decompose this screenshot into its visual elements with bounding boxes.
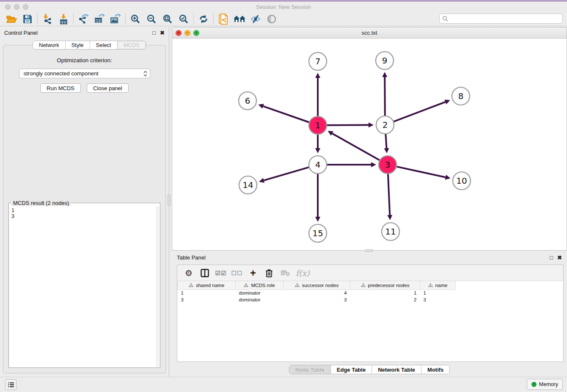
column-header-MCDS-role[interactable]: MCDS role bbox=[236, 281, 284, 290]
float-panel-icon[interactable]: □ bbox=[152, 30, 156, 36]
import-table-icon bbox=[58, 14, 69, 25]
graph-node-8[interactable]: 8 bbox=[452, 87, 470, 105]
float-table-panel-icon[interactable]: □ bbox=[550, 255, 553, 260]
tab-node-table[interactable]: Node Table bbox=[289, 365, 330, 374]
criterion-select[interactable]: strongly connected component bbox=[19, 69, 150, 78]
column-header-predecessor-nodes[interactable]: predecessor nodes bbox=[350, 281, 420, 290]
table-settings-button[interactable]: ⚙ bbox=[182, 267, 196, 279]
graph-edge-4-14[interactable] bbox=[264, 167, 308, 180]
memory-label: Memory bbox=[539, 381, 558, 387]
control-panel-title: Control Panel bbox=[4, 30, 38, 36]
list-icon bbox=[8, 382, 14, 388]
function-builder-button[interactable]: f(x) bbox=[296, 268, 310, 278]
memory-button[interactable]: Memory bbox=[527, 379, 563, 390]
export-network-icon bbox=[78, 14, 89, 25]
export-image-button[interactable] bbox=[107, 13, 124, 25]
graph-edge-1-2[interactable] bbox=[327, 125, 369, 125]
node-table[interactable]: shared nameMCDS rolesuccessor nodesprede… bbox=[177, 281, 462, 303]
graph-node-15[interactable]: 15 bbox=[309, 224, 327, 242]
export-network-button[interactable] bbox=[75, 13, 91, 25]
mcds-panel: Optimization criterion: strongly connect… bbox=[3, 45, 166, 373]
close-panel-icon[interactable]: ✖ bbox=[160, 30, 165, 36]
svg-text:3: 3 bbox=[385, 160, 391, 170]
run-mcds-button[interactable]: Run MCDS bbox=[40, 83, 81, 93]
hierarchy-icon bbox=[428, 283, 433, 287]
save-session-button[interactable] bbox=[19, 13, 36, 25]
checked-boxes-icon: ☑☑ bbox=[215, 270, 226, 276]
graph-node-14[interactable]: 14 bbox=[239, 176, 257, 194]
graph-node-11[interactable]: 11 bbox=[382, 223, 399, 240]
graph-edge-3-11[interactable] bbox=[388, 174, 390, 215]
graph-edge-3-10[interactable] bbox=[396, 167, 445, 177]
graph-node-9[interactable]: 9 bbox=[376, 52, 394, 69]
graph-node-3[interactable]: 3 bbox=[379, 156, 396, 174]
panel-splitter-grip[interactable] bbox=[168, 195, 171, 206]
close-panel-button[interactable]: Close panel bbox=[87, 83, 129, 93]
tab-network-table[interactable]: Network Table bbox=[372, 365, 421, 374]
export-table-button[interactable] bbox=[91, 13, 107, 25]
svg-text:1: 1 bbox=[315, 120, 321, 130]
result-scrollbar[interactable] bbox=[156, 207, 160, 367]
home-button[interactable] bbox=[231, 13, 248, 25]
graph-edge-3-1[interactable] bbox=[332, 133, 380, 160]
graph-node-2[interactable]: 2 bbox=[376, 116, 394, 134]
refresh-view-button[interactable] bbox=[195, 13, 212, 25]
eye-icon bbox=[267, 14, 277, 24]
svg-text:9: 9 bbox=[382, 55, 388, 66]
svg-text:14: 14 bbox=[242, 180, 253, 190]
show-all-button[interactable] bbox=[264, 13, 280, 25]
search-field[interactable] bbox=[439, 14, 563, 24]
trash-icon bbox=[265, 269, 273, 277]
table-row[interactable]: 1dominator411 bbox=[178, 290, 462, 296]
destroy-column-button[interactable] bbox=[278, 267, 292, 279]
zoom-out-button[interactable] bbox=[143, 13, 160, 25]
tab-mcds[interactable]: MCDS bbox=[117, 41, 146, 49]
import-network-button[interactable] bbox=[39, 13, 55, 25]
toolbar-separator bbox=[73, 14, 74, 25]
graph-edge-2-3[interactable] bbox=[385, 134, 386, 148]
tab-edge-table[interactable]: Edge Table bbox=[330, 365, 372, 374]
task-history-button[interactable] bbox=[5, 379, 17, 390]
open-session-button[interactable] bbox=[3, 13, 19, 25]
main-toolbar bbox=[0, 12, 567, 26]
hierarchy-icon bbox=[361, 283, 366, 287]
network-window-title: scc.txt bbox=[172, 30, 567, 36]
graph-edge-2-9[interactable] bbox=[385, 77, 385, 116]
zoom-in-icon bbox=[130, 14, 140, 24]
import-table-button[interactable] bbox=[55, 13, 72, 25]
network-window-titlebar[interactable]: scc.txt × − + bbox=[172, 28, 567, 39]
column-header-name[interactable]: name bbox=[420, 281, 456, 290]
svg-text:7: 7 bbox=[315, 56, 321, 66]
hide-selected-button[interactable] bbox=[248, 13, 264, 25]
zoom-selected-button[interactable] bbox=[176, 13, 192, 25]
tab-motifs[interactable]: Motifs bbox=[421, 365, 449, 374]
column-header-successor-nodes[interactable]: successor nodes bbox=[284, 281, 350, 290]
column-header-shared-name[interactable]: shared name bbox=[178, 281, 236, 290]
status-bar: Memory bbox=[0, 377, 567, 392]
graph-edge-2-8[interactable] bbox=[394, 102, 446, 121]
network-file-button[interactable] bbox=[215, 13, 231, 25]
tab-style[interactable]: Style bbox=[65, 41, 90, 49]
deselect-all-columns-button[interactable]: ☐☐ bbox=[230, 267, 244, 279]
graph-node-6[interactable]: 6 bbox=[239, 92, 256, 110]
network-graph[interactable]: 7968124314101511 bbox=[172, 39, 567, 250]
column-view-button[interactable] bbox=[198, 267, 212, 279]
gear-icon: ⚙ bbox=[185, 268, 193, 278]
add-column-button[interactable]: + bbox=[246, 267, 260, 279]
close-table-panel-icon[interactable]: ✖ bbox=[557, 255, 562, 260]
tab-select[interactable]: Select bbox=[90, 41, 117, 49]
graph-edge-1-6[interactable] bbox=[263, 106, 309, 122]
search-input[interactable] bbox=[448, 15, 562, 22]
graph-node-7[interactable]: 7 bbox=[309, 52, 327, 70]
delete-column-button[interactable] bbox=[262, 267, 276, 279]
tab-network[interactable]: Network bbox=[33, 41, 65, 49]
graph-node-10[interactable]: 10 bbox=[453, 172, 471, 190]
zoom-in-button[interactable] bbox=[127, 13, 143, 25]
select-all-columns-button[interactable]: ☑☑ bbox=[214, 267, 228, 279]
zoom-out-icon bbox=[146, 14, 157, 24]
mcds-result-text[interactable]: 1 3 bbox=[10, 207, 156, 367]
graph-node-1[interactable]: 1 bbox=[309, 116, 327, 134]
zoom-fit-button[interactable] bbox=[160, 13, 176, 25]
table-row[interactable]: 3dominator323 bbox=[178, 296, 462, 303]
graph-node-4[interactable]: 4 bbox=[309, 156, 327, 174]
